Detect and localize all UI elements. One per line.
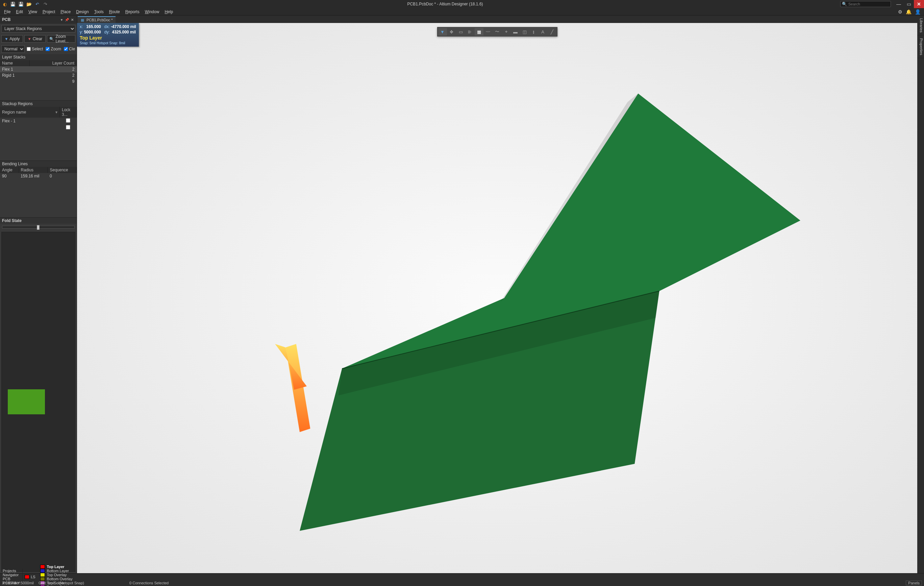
menu-route[interactable]: Route [106,10,123,14]
stackup-regions-table[interactable]: Region name ▾ Lock 3... Flex - 1 [0,107,77,131]
col-radius[interactable]: Radius [18,167,48,173]
pcb-3d-canvas[interactable] [77,23,917,573]
menu-edit[interactable]: Edit [13,10,26,14]
clear-filter-icon: ▼ [28,37,31,41]
chart-tool-icon[interactable]: ◫ [520,28,529,35]
layer-set-chip[interactable]: LS [23,575,37,579]
clear-button[interactable]: ▼Clear [24,35,46,43]
measure-tool-icon[interactable]: 〜 [493,28,502,35]
menu-help[interactable]: Help [162,10,176,14]
col-angle[interactable]: Angle [0,167,18,173]
col-lock-3d[interactable]: Lock 3... [60,107,77,117]
layer-stacks-heading: Layer Stacks [0,54,77,60]
lock-checkbox[interactable] [66,118,70,123]
zoom-checkbox[interactable]: Zoom [45,47,62,51]
table-row[interactable]: Flex - 1 [0,117,77,124]
status-bar: X:165mil Y:5000mil Grid: 5mil (Hotspot S… [0,580,924,586]
document-tabs: ▦ PCB1.PcbDoc * [77,16,917,23]
fold-preview [2,232,75,572]
panel-close-icon[interactable]: ✕ [70,18,75,21]
grid-tool-icon[interactable]: ▦ [475,28,483,35]
minimize-button[interactable]: — [894,0,904,8]
libraries-tab[interactable]: Libraries [917,16,924,35]
user-icon[interactable]: 👤 [915,9,921,15]
open-icon[interactable]: 📂 [26,2,32,7]
select-rect-icon[interactable]: ▭ [456,28,465,35]
filter-icon: ▼ [4,37,8,41]
panel-mode-select[interactable]: Layer Stack Regions [2,25,75,33]
window-controls: — ▭ ✕ [894,0,924,8]
move-tool-icon[interactable]: ✥ [447,28,456,35]
table-row[interactable]: 9 [0,78,77,84]
menu-place[interactable]: Place [58,10,73,14]
menu-view[interactable]: View [26,10,40,14]
window-title: PCB1.PcbDoc * - Altium Designer (18.1.6) [50,2,840,7]
document-tab[interactable]: ▦ PCB1.PcbDoc * [78,16,116,23]
properties-tab[interactable]: Properties [917,35,924,58]
table-row[interactable]: Flex 12 [0,66,77,72]
align-tool-icon[interactable]: ⊪ [465,28,474,35]
app-icon: ◐ [2,2,7,7]
layer-tab-bottom-overlay[interactable]: Bottom Overlay [38,577,75,581]
layer-tab-top-overlay[interactable]: Top Overlay [38,573,75,577]
filter-tool-icon[interactable]: ▼ [438,28,447,35]
layer-swatch [40,577,45,581]
col-sequence[interactable]: Sequence [48,167,77,173]
table-row[interactable]: 90159.16 mil0 [0,173,77,179]
layer-stacks-table[interactable]: Name Layer Count Flex 12Rigid 129 [0,60,77,84]
search-box[interactable]: 🔍 [840,1,891,7]
close-button[interactable]: ✕ [914,0,924,8]
via-tool-icon[interactable]: ⌖ [502,28,511,35]
document-tab-label: PCB1.PcbDoc * [86,18,113,22]
layer-tab-bottom-layer[interactable]: Bottom Layer [38,569,75,573]
status-grid: Grid: 5mil [38,581,54,585]
zoom-level-button[interactable]: 🔍Zoom Level... [47,35,75,43]
menu-tools[interactable]: Tools [92,10,106,14]
panel-pin-icon[interactable]: 📌 [64,18,69,21]
dropdown-icon[interactable]: ▾ [55,110,58,115]
save-icon[interactable]: 💾 [10,2,16,7]
notifications-icon[interactable]: 🔔 [906,9,911,15]
bottom-tab-projects[interactable]: Projects [0,569,23,573]
apply-button[interactable]: ▼Apply [2,35,23,43]
route-tool-icon[interactable]: 〰 [484,28,493,35]
clear-checkbox[interactable]: Cle [63,47,76,51]
menu-project[interactable]: Project [40,10,58,14]
slider-thumb[interactable] [37,225,40,230]
bending-lines-table[interactable]: Angle Radius Sequence 90159.16 mil0 [0,167,77,179]
settings-icon[interactable]: ⚙ [898,9,903,15]
col-region-name[interactable]: Region name ▾ [0,107,60,117]
col-name[interactable]: Name [0,60,30,66]
table-row[interactable] [0,124,77,131]
layer-tab-top-layer[interactable]: Top Layer [38,565,75,569]
menu-reports[interactable]: Reports [123,10,142,14]
maximize-button[interactable]: ▭ [904,0,914,8]
menu-window[interactable]: Window [142,10,162,14]
stackup-regions-heading: Stackup Regions [0,101,77,107]
display-mode-select[interactable]: Normal [2,45,25,53]
hud-layer: Top Layer [80,35,136,41]
coordinates-hud: x: 165.000 dx: -4770.000 mil y: 5000.000… [77,23,139,47]
panel-dropdown-icon[interactable]: ▾ [59,18,64,21]
save-all-icon[interactable]: 💾 [18,2,24,7]
undo-icon[interactable]: ↶ [35,2,40,7]
text-tool-icon[interactable]: A [538,28,547,35]
fold-state-slider[interactable] [2,226,75,228]
histogram-tool-icon[interactable]: ⫿ [530,28,538,35]
menu-design[interactable]: Design [73,10,91,14]
menu-file[interactable]: File [2,10,13,14]
component-tool-icon[interactable]: ▬ [511,28,520,35]
status-snap: (Hotspot Snap) [59,581,84,585]
search-input[interactable] [848,2,889,6]
lock-checkbox[interactable] [66,125,70,129]
redo-icon[interactable]: ↷ [43,2,48,7]
table-row[interactable]: Rigid 12 [0,72,77,78]
panels-button[interactable]: Panels [906,581,922,585]
layer-tab-bottom-solder[interactable]: Bottom Solder [38,585,75,586]
col-layer-count[interactable]: Layer Count [30,60,77,66]
select-checkbox[interactable]: Select [26,47,44,51]
fold-state-heading: Fold State [0,218,77,224]
bottom-tab-navigator[interactable]: Navigator [0,573,23,577]
line-tool-icon[interactable]: ╱ [548,28,556,35]
bottom-tab-pcb[interactable]: PCB [0,577,23,581]
